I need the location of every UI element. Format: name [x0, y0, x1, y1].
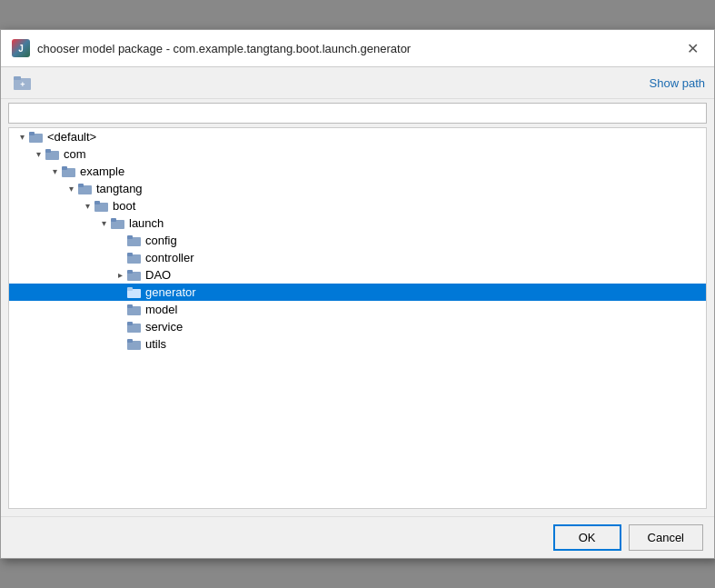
svg-rect-28: [127, 339, 133, 343]
title-bar: J chooser model package - com.example.ta…: [1, 30, 714, 67]
node-label: DAO: [145, 268, 171, 282]
node-label: <default>: [47, 130, 96, 144]
cancel-button[interactable]: Cancel: [629, 524, 703, 551]
expand-arrow-icon: ▾: [64, 184, 78, 194]
expand-arrow-icon: ▾: [31, 149, 45, 159]
tree-row[interactable]: ▾ boot: [9, 197, 706, 214]
toolbar: + Show path: [1, 67, 714, 99]
node-label: tangtang: [96, 182, 143, 195]
close-button[interactable]: ✕: [681, 37, 703, 59]
title-bar-left: J chooser model package - com.example.ta…: [12, 39, 411, 57]
svg-rect-22: [127, 287, 133, 291]
new-folder-icon: +: [14, 75, 32, 91]
folder-icon: [127, 252, 142, 264]
svg-rect-20: [127, 270, 133, 274]
tree-row[interactable]: ▾ <default>: [9, 128, 706, 145]
node-label: config: [145, 234, 177, 247]
tree-row[interactable]: generator: [9, 284, 706, 301]
tree-root: ▾ <default>▾ com▾ example▾ tangtang▾ boo…: [9, 128, 706, 353]
new-folder-button[interactable]: +: [10, 73, 35, 93]
expand-arrow-icon: ▾: [80, 201, 94, 211]
tree-row[interactable]: ▾ launch: [9, 214, 706, 232]
svg-rect-16: [127, 235, 133, 239]
expand-arrow-icon: ▾: [96, 218, 111, 228]
app-icon: J: [12, 39, 30, 57]
node-label: example: [80, 164, 124, 178]
node-label: controller: [145, 251, 194, 264]
folder-icon: [127, 286, 142, 299]
node-label: utils: [145, 337, 166, 351]
tree-row[interactable]: utils: [9, 335, 706, 353]
ok-button[interactable]: OK: [553, 524, 621, 551]
tree-row[interactable]: controller: [9, 249, 706, 266]
tree-row[interactable]: config: [9, 232, 706, 249]
svg-rect-24: [127, 304, 133, 308]
svg-rect-4: [29, 132, 35, 135]
tree-row[interactable]: ▾ example: [9, 163, 706, 180]
search-input[interactable]: [8, 103, 707, 124]
show-path-link[interactable]: Show path: [650, 76, 705, 90]
expand-arrow-icon: ▾: [15, 132, 29, 142]
svg-rect-14: [111, 218, 116, 222]
folder-icon: [127, 304, 142, 316]
dialog-title: chooser model package - com.example.tang…: [37, 42, 411, 55]
tree-row[interactable]: model: [9, 301, 706, 318]
folder-icon: [94, 200, 109, 213]
search-bar: [1, 99, 714, 127]
svg-text:+: +: [20, 80, 25, 89]
tree-row[interactable]: service: [9, 318, 706, 335]
node-label: service: [145, 320, 183, 334]
folder-icon: [127, 269, 142, 282]
svg-rect-12: [94, 201, 100, 204]
node-label: launch: [129, 216, 164, 230]
tree-row[interactable]: ▾ com: [9, 145, 706, 163]
chooser-dialog: J chooser model package - com.example.ta…: [0, 29, 715, 559]
folder-icon: [127, 234, 142, 247]
folder-icon: [111, 217, 125, 230]
toolbar-left: +: [10, 73, 35, 93]
svg-rect-8: [62, 166, 67, 170]
node-label: model: [145, 303, 177, 316]
folder-icon: [78, 183, 93, 195]
expand-arrow-icon: ▸: [113, 270, 127, 280]
svg-rect-18: [127, 253, 133, 256]
folder-icon: [127, 321, 142, 334]
folder-icon: [62, 165, 76, 178]
node-label: com: [64, 147, 86, 161]
expand-arrow-icon: ▾: [47, 166, 62, 176]
tree-row[interactable]: ▾ tangtang: [9, 180, 706, 197]
svg-rect-6: [45, 149, 51, 153]
node-label: boot: [113, 199, 135, 213]
tree-container[interactable]: ▾ <default>▾ com▾ example▾ tangtang▾ boo…: [8, 127, 707, 509]
tree-row[interactable]: ▸ DAO: [9, 266, 706, 284]
svg-rect-26: [127, 322, 133, 325]
folder-icon: [45, 148, 60, 161]
folder-icon: [127, 338, 142, 351]
node-label: generator: [145, 285, 196, 299]
folder-icon: [29, 131, 44, 144]
svg-rect-10: [78, 184, 84, 187]
footer: OK Cancel: [1, 516, 714, 558]
